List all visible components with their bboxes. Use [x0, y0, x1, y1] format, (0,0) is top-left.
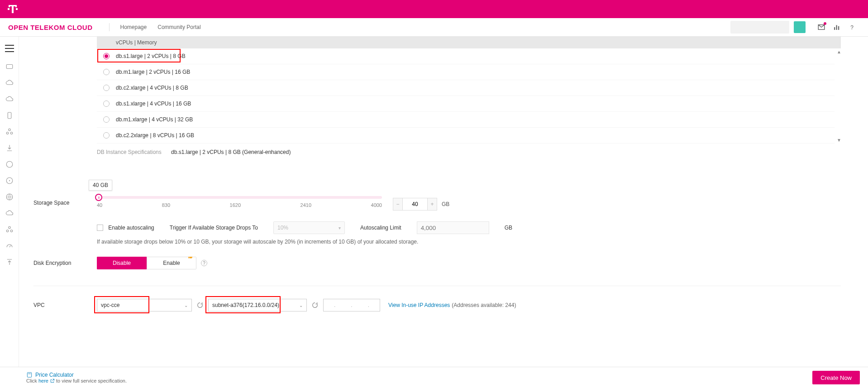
- rail-upload-icon[interactable]: [5, 258, 14, 266]
- svg-point-8: [8, 129, 10, 131]
- scroll-up-arrow[interactable]: ▲: [836, 49, 842, 54]
- view-inuse-ip-link[interactable]: View In-use IP Addresses: [388, 302, 450, 308]
- storage-slider-tooltip: 40 GB: [89, 180, 112, 191]
- avatar[interactable]: [794, 21, 806, 33]
- telekom-t-logo-icon: [7, 4, 18, 14]
- autoscaling-limit-label: Autoscaling Limit: [360, 225, 401, 231]
- svg-rect-2: [834, 27, 835, 30]
- nav-homepage[interactable]: Homepage: [120, 24, 147, 30]
- menu-toggle-icon[interactable]: [5, 45, 14, 52]
- instance-label: db.c2.xlarge | 4 vCPUs | 8 GB: [116, 85, 188, 91]
- enable-autoscaling-checkbox[interactable]: [97, 225, 103, 231]
- instance-row-db-m1-large[interactable]: db.m1.large | 2 vCPUs | 16 GB: [97, 64, 835, 80]
- create-now-button[interactable]: Create Now: [812, 371, 860, 384]
- nav-community-portal[interactable]: Community Portal: [157, 24, 200, 30]
- help-icon[interactable]: ?: [848, 23, 856, 31]
- radio-icon[interactable]: [103, 132, 110, 139]
- subnet-refresh-icon[interactable]: [311, 302, 319, 309]
- vpc-label: VPC: [33, 302, 97, 308]
- brand-text: OPEN TELEKOM CLOUD: [8, 24, 93, 31]
- trigger-threshold-select: 10% ▾: [273, 221, 345, 234]
- instance-row-db-c2-xlarge[interactable]: db.c2.xlarge | 4 vCPUs | 8 GB: [97, 80, 835, 96]
- svg-rect-19: [27, 372, 31, 377]
- rail-device-icon[interactable]: [5, 111, 14, 120]
- rail-service-1-icon[interactable]: [5, 62, 14, 71]
- svg-rect-7: [8, 112, 11, 119]
- trigger-label: Trigger If Available Storage Drops To: [170, 225, 258, 231]
- enable-autoscaling-label: Enable autoscaling: [108, 225, 154, 231]
- disable-text: Disable: [113, 260, 131, 266]
- instance-table-header: vCPUs | Memory: [97, 37, 841, 48]
- instance-row-db-s1-xlarge[interactable]: db.s1.xlarge | 4 vCPUs | 16 GB: [97, 96, 835, 112]
- radio-selected-icon[interactable]: [103, 53, 110, 59]
- create-now-text: Create Now: [820, 374, 852, 381]
- svg-point-9: [6, 132, 9, 134]
- vpc-refresh-icon[interactable]: [196, 302, 204, 309]
- disk-encryption-enable-button[interactable]: Enable: [147, 257, 196, 269]
- scroll-down-arrow[interactable]: ▼: [836, 138, 842, 143]
- radio-icon[interactable]: [103, 116, 110, 123]
- scale-tick: 1620: [230, 202, 241, 208]
- rail-cluster-icon[interactable]: [5, 128, 14, 136]
- storage-increment-button[interactable]: +: [427, 198, 437, 211]
- vpc-dropdown[interactable]: vpc-cce ⌄: [97, 299, 192, 311]
- enable-autoscaling-wrap: Enable autoscaling: [97, 225, 154, 231]
- disk-encryption-disable-button[interactable]: Disable: [97, 257, 147, 269]
- radio-icon[interactable]: [103, 101, 110, 107]
- instance-label: db.m1.large | 2 vCPUs | 16 GB: [116, 69, 190, 75]
- rail-cloud3-icon[interactable]: [5, 209, 14, 217]
- storage-value-input[interactable]: [403, 198, 427, 211]
- svg-point-11: [6, 161, 13, 168]
- spec-label: DB Instance Specifications: [97, 149, 162, 155]
- chevron-down-icon: ▾: [339, 225, 341, 230]
- rail-cloud2-icon[interactable]: [5, 95, 14, 103]
- svg-point-16: [6, 230, 9, 232]
- external-link-icon: [50, 378, 55, 383]
- svg-point-13: [9, 180, 10, 181]
- price-calculator-link[interactable]: Price Calculator: [26, 372, 127, 378]
- svg-point-17: [10, 230, 13, 232]
- scale-tick: 830: [162, 202, 170, 208]
- section-divider: [33, 286, 841, 286]
- storage-slider-thumb[interactable]: [95, 194, 102, 201]
- instance-row-db-s1-large[interactable]: db.s1.large | 2 vCPUs | 8 GB: [97, 48, 835, 64]
- chevron-down-icon: ⌄: [184, 303, 188, 308]
- instance-row-db-c2-2xlarge[interactable]: db.c2.2xlarge | 8 vCPUs | 16 GB: [97, 128, 835, 144]
- disk-encryption-help-icon[interactable]: ?: [201, 260, 207, 266]
- scale-tick: 2410: [300, 202, 311, 208]
- enable-text: Enable: [163, 260, 180, 266]
- instance-row-db-m1-xlarge[interactable]: db.m1.xlarge | 4 vCPUs | 32 GB: [97, 112, 835, 128]
- rail-gauge-icon[interactable]: [5, 242, 14, 250]
- svg-rect-1: [16, 8, 18, 10]
- svg-point-15: [8, 226, 10, 229]
- user-info-block[interactable]: [730, 21, 789, 34]
- instance-table[interactable]: db.s1.large | 2 vCPUs | 8 GB db.m1.large…: [97, 48, 841, 144]
- rail-cluster2-icon[interactable]: [5, 225, 14, 234]
- spec-value: db.s1.large | 2 vCPUs | 8 GB (General-en…: [171, 149, 291, 155]
- storage-slider-track[interactable]: [97, 196, 382, 199]
- storage-slider-scale: 40 830 1620 2410 4000: [97, 202, 382, 208]
- storage-stepper: − + GB: [393, 198, 449, 211]
- left-rail: [0, 37, 19, 367]
- subnet-dropdown[interactable]: subnet-a376(172.16.0.0/24) ⌄: [208, 299, 307, 311]
- private-ip-input[interactable]: ...: [323, 299, 380, 311]
- svg-rect-6: [6, 65, 13, 69]
- svg-rect-4: [838, 26, 839, 30]
- footer-here-link[interactable]: here: [38, 378, 48, 383]
- instance-label: db.c2.2xlarge | 8 vCPUs | 16 GB: [116, 132, 194, 139]
- svg-text:?: ?: [850, 24, 854, 31]
- rail-cloud-icon[interactable]: [5, 79, 14, 87]
- inbox-icon[interactable]: [817, 23, 825, 31]
- rail-target-icon[interactable]: [5, 177, 14, 185]
- radio-icon[interactable]: [103, 85, 110, 91]
- stats-icon[interactable]: [833, 23, 841, 31]
- rail-download-icon[interactable]: [5, 144, 14, 152]
- storage-decrement-button[interactable]: −: [393, 198, 403, 211]
- autoscaling-hint: If available storage drops below 10% or …: [97, 239, 841, 245]
- rail-globe-icon[interactable]: [5, 193, 14, 201]
- storage-slider[interactable]: 40 GB 40 830 1620 2410 4000: [97, 180, 382, 208]
- radio-icon[interactable]: [103, 69, 110, 75]
- notification-dot: [824, 22, 826, 25]
- rail-ip-icon[interactable]: [5, 160, 14, 168]
- subnet-selected-value: subnet-a376(172.16.0.0/24): [212, 302, 279, 308]
